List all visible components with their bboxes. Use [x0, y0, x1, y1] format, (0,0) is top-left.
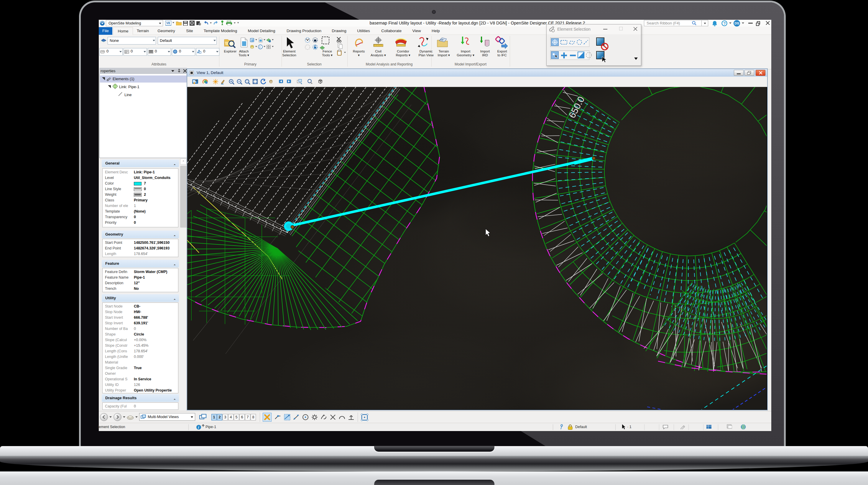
svg-text:?: ?: [723, 21, 725, 26]
svg-text:⚙: ⚙: [199, 23, 202, 26]
svg-text:DS: DS: [735, 22, 739, 25]
svg-text:V8: V8: [166, 22, 170, 25]
svg-text:i: i: [259, 46, 260, 49]
